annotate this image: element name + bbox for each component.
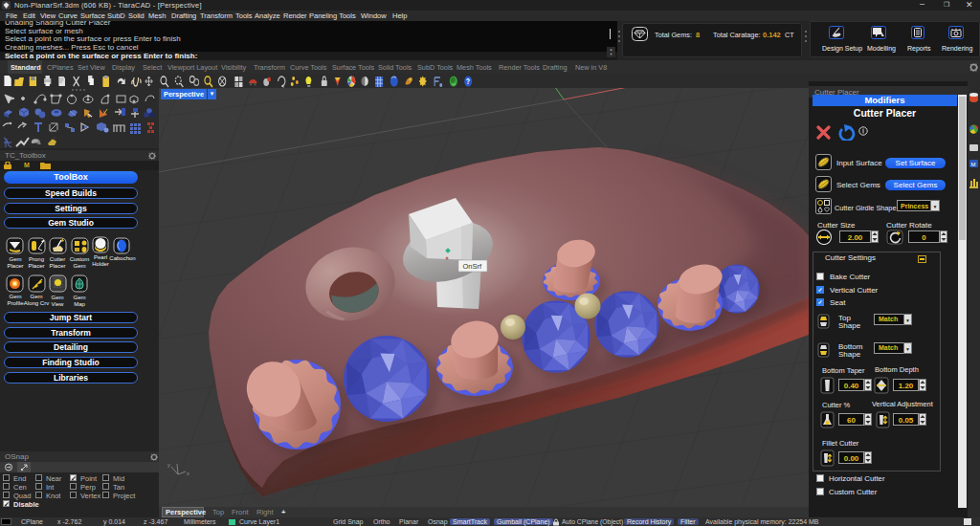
svg-text:Profile: Profile (7, 300, 24, 306)
svg-text:Gem: Gem (9, 294, 21, 299)
svg-text:Gem: Gem (30, 294, 42, 299)
svg-text:Cabochon: Cabochon (109, 255, 135, 261)
svg-text:x: x (187, 471, 189, 476)
svg-text:Placer: Placer (7, 263, 23, 269)
svg-text:Gem: Gem (73, 263, 85, 269)
svg-text:View: View (52, 301, 65, 307)
svg-text:Cutter: Cutter (50, 256, 65, 262)
svg-text:Along Crv: Along Crv (24, 300, 49, 306)
svg-text:Pearl: Pearl (94, 254, 107, 260)
svg-text:Gem: Gem (51, 295, 63, 300)
svg-text:?: ? (466, 77, 470, 86)
svg-text:M: M (971, 162, 976, 167)
svg-text:Placer: Placer (49, 263, 65, 269)
svg-text:Gem: Gem (9, 256, 21, 262)
svg-text:Gem: Gem (73, 295, 85, 300)
svg-text:Holder: Holder (92, 261, 109, 267)
svg-text:Custom: Custom (70, 256, 90, 262)
svg-text:Placer: Placer (28, 263, 44, 269)
svg-text:y: y (167, 462, 170, 468)
svg-text:Map: Map (74, 301, 85, 307)
svg-text:OnSrf: OnSrf (463, 262, 483, 271)
svg-text:Prong: Prong (29, 256, 44, 262)
